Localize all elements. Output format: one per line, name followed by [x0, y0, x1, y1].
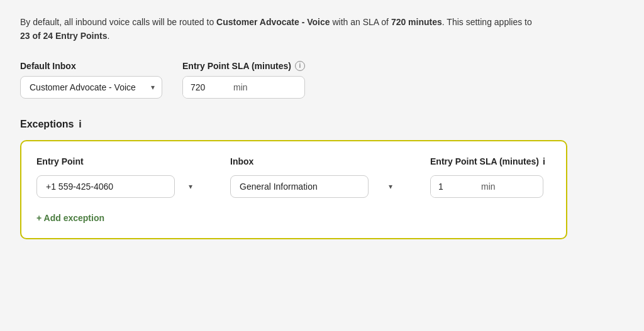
- default-inbox-label-text: Default Inbox: [20, 61, 76, 71]
- default-sla-label-text: Entry Point SLA (minutes): [182, 61, 291, 71]
- inbox-name-highlight: Customer Advocate - Voice: [216, 17, 330, 27]
- default-inbox-field: Default Inbox Customer Advocate - Voice …: [20, 61, 162, 99]
- exceptions-title-text: Exceptions: [20, 119, 74, 130]
- default-sla-label: Entry Point SLA (minutes) i: [182, 61, 305, 71]
- exception-entry-point-wrapper: +1 559-425-4060 ▾: [36, 175, 200, 198]
- description-paragraph: By default, all inbound voice calls will…: [20, 15, 536, 43]
- exceptions-info-icon[interactable]: i: [79, 119, 81, 130]
- exception-sla-wrapper: min: [430, 175, 543, 198]
- exception-sla-unit: min: [481, 176, 503, 197]
- exceptions-box: Entry Point Inbox Entry Point SLA (minut…: [20, 140, 567, 239]
- default-sla-input-wrapper: min: [182, 76, 305, 99]
- chevron-down-icon: ▾: [389, 182, 392, 191]
- default-sla-unit: min: [233, 77, 255, 98]
- sla-highlight: 720 minutes: [391, 17, 442, 27]
- default-inbox-label: Default Inbox: [20, 61, 162, 71]
- exceptions-sla-info-icon[interactable]: i: [543, 156, 545, 166]
- col-header-inbox-text: Inbox: [230, 156, 253, 166]
- col-header-sla: Entry Point SLA (minutes) i: [430, 156, 545, 166]
- entry-points-highlight: 23 of 24 Entry Points: [20, 31, 107, 41]
- col-header-entry-point-text: Entry Point: [36, 156, 84, 166]
- exception-sla-input[interactable]: [431, 176, 481, 197]
- default-settings-form: Default Inbox Customer Advocate - Voice …: [20, 61, 624, 99]
- add-exception-label: + Add exception: [36, 213, 104, 223]
- sla-info-icon[interactable]: i: [295, 61, 305, 71]
- exception-inbox-select[interactable]: General Information: [230, 175, 369, 198]
- default-sla-field: Entry Point SLA (minutes) i min: [182, 61, 305, 99]
- default-sla-input[interactable]: [183, 77, 233, 98]
- col-header-entry-point: Entry Point: [36, 156, 200, 166]
- exceptions-title: Exceptions i: [20, 119, 624, 130]
- default-inbox-select[interactable]: Customer Advocate - Voice: [20, 76, 162, 99]
- col-header-inbox: Inbox: [230, 156, 400, 166]
- default-inbox-select-wrapper: Customer Advocate - Voice ▾: [20, 76, 162, 99]
- exception-entry-point-select[interactable]: +1 559-425-4060: [36, 175, 175, 198]
- exceptions-column-headers: Entry Point Inbox Entry Point SLA (minut…: [36, 156, 551, 166]
- exceptions-section: Exceptions i Entry Point Inbox Entry Poi…: [20, 119, 624, 239]
- add-exception-button[interactable]: + Add exception: [36, 210, 104, 225]
- chevron-down-icon: ▾: [189, 182, 192, 191]
- exception-inbox-wrapper: General Information ▾: [230, 175, 400, 198]
- exception-row: +1 559-425-4060 ▾ General Information ▾ …: [36, 175, 551, 198]
- field-group: Default Inbox Customer Advocate - Voice …: [20, 61, 624, 99]
- col-header-sla-text: Entry Point SLA (minutes): [430, 156, 539, 166]
